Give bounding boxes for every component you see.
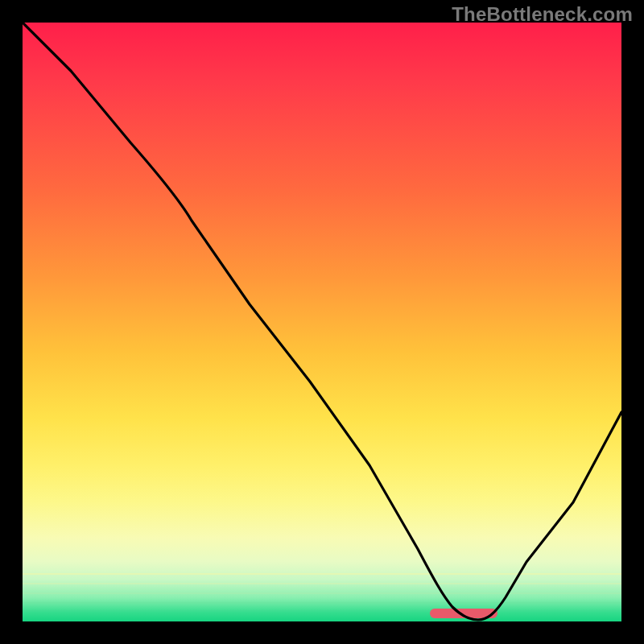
watermark-text: TheBottleneck.com (452, 3, 633, 26)
chart-frame: TheBottleneck.com (0, 0, 644, 644)
bottleneck-curve (23, 23, 621, 621)
plot-area (23, 23, 621, 621)
